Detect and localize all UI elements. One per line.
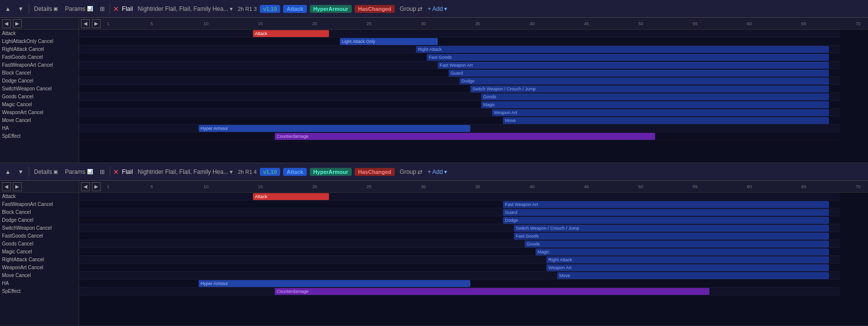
bar-2-4[interactable]: Switch Weapon / Crouch / Jump [514,225,829,232]
row-label-1-6: Dodge Cancel [0,77,79,85]
row-label-2-9: WeaponArt Cancel [0,264,79,272]
params-btn[interactable]: Params 📊 [63,167,94,176]
bar-1-1[interactable]: Light Attack Only [340,38,438,45]
toolbar-1: ▲ ▼ Details ▣ Params 📊 ⊞ ✕ Flail Nightri… [0,0,868,18]
close-btn[interactable]: ✕ [113,168,119,176]
bar-1-12[interactable]: Hyper Armour [199,125,470,132]
frame-num-45: 45 [581,21,592,26]
row-label-2-1: FastWeaponArt Cancel [0,201,79,208]
panel-1: ▲ ▼ Details ▣ Params 📊 ⊞ ✕ Flail Nightri… [0,0,868,163]
bar-1-2[interactable]: Right Attack [416,46,829,53]
add-label: + Add [427,5,443,12]
frame-num-25: 25 [364,21,374,26]
row-labels-1: ◀ ▶ AttackLightAttackOnly CancelRightAtt… [0,18,79,163]
next-btn-2[interactable]: ▶ [13,182,22,191]
frame-num-20: 20 [309,21,320,26]
frame-num-65: 65 [798,184,809,189]
row-label-1-8: Goods Cancel [0,93,79,101]
frame-num-70: 70 [853,21,864,26]
row-label-1-13: SpEffect [0,132,79,140]
frame-num-30: 30 [418,184,429,189]
bar-1-3[interactable]: Fast Goods [427,54,829,61]
bar-1-0[interactable]: Attack [253,30,329,37]
bar-2-5[interactable]: Fast Goods [514,233,829,240]
close-btn[interactable]: ✕ [113,5,119,13]
bar-1-11[interactable]: Move [503,117,829,124]
next-btn-1[interactable]: ▶ [13,19,22,28]
bar-1-10[interactable]: Weapon Art [492,109,829,116]
bar-2-8[interactable]: Right Attack [546,256,829,263]
add-btn[interactable]: + Add ▾ [427,5,447,12]
details-icon: ▣ [53,6,58,11]
frame-num-15: 15 [255,184,266,189]
bar-2-12[interactable]: Counterdamage [275,288,709,295]
timeline-prev-2[interactable]: ◀ [81,182,90,191]
frame-num-70: 70 [853,184,864,189]
collapse-down-btn[interactable]: ▼ [16,4,26,13]
row-label-2-6: Goods Cancel [0,240,79,248]
bar-2-7[interactable]: Magic [536,248,829,255]
add-btn[interactable]: + Add ▾ [427,168,447,175]
name-expand-btn[interactable]: Nightrider Flail, Flail, Family Hea... ▾ [136,167,235,176]
row-label-2-7: Magic Cancel [0,248,79,256]
bar-2-3[interactable]: Dodge [503,217,829,224]
collapse-up-btn[interactable]: ▲ [3,167,13,176]
frame-numbers-2: ◀ ▶ 1510152025303540455055606570 [79,181,868,193]
prev-btn-1[interactable]: ◀ [2,19,11,28]
row-label-1-1: LightAttackOnly Cancel [0,38,79,45]
tracks-area-2: AttackFast Weapon ArtGuardDodgeSwitch We… [79,193,840,295]
bar-2-2[interactable]: Guard [503,209,829,216]
bar-1-4[interactable]: Fast Weapon Art [438,62,829,69]
collapse-down-btn[interactable]: ▼ [16,167,26,176]
prev-btn-2[interactable]: ◀ [2,182,11,191]
row-label-1-11: Move Cancel [0,117,79,124]
frame-num-1: 1 [103,21,114,26]
collapse-up-btn[interactable]: ▲ [3,4,13,13]
chart-icon: 📊 [87,6,93,11]
frame-num-40: 40 [527,21,537,26]
row-label-2-2: Block Cancel [0,208,79,216]
frame-num-5: 5 [146,184,157,189]
row-labels-2: ◀ ▶ AttackFastWeaponArt CancelBlock Canc… [0,181,79,326]
timeline-next-1[interactable]: ▶ [92,19,101,28]
grid-btn[interactable]: ⊞ [98,4,107,13]
params-label: Params [65,5,85,12]
group-btn[interactable]: Group ⇄ [398,167,424,176]
haschanged-badge: HasChanged [355,5,395,13]
bar-1-7[interactable]: Switch Weapon / Crouch / Jump [470,85,829,92]
bar-1-9[interactable]: Magic [481,101,829,108]
timeline-next-2[interactable]: ▶ [92,182,101,191]
grid-btn[interactable]: ⊞ [98,167,107,176]
frame-num-65: 65 [798,21,809,26]
bar-2-6[interactable]: Goods [525,241,829,247]
row-label-2-4: SwitchWeapon Cancel [0,224,79,232]
bar-1-5[interactable]: Guard [449,70,829,77]
row-label-2-12: SpEffect [0,287,79,295]
group-btn[interactable]: Group ⇄ [398,4,424,13]
bar-1-13[interactable]: Counterdamage [275,133,655,140]
bar-2-1[interactable]: Fast Weapon Art [503,201,829,208]
group-label: Group [400,5,416,12]
params-label: Params [65,168,85,175]
details-btn[interactable]: Details ▣ [32,167,60,176]
row-label-1-4: FastWeaponArt Cancel [0,61,79,69]
track-row-1-1 [79,38,840,45]
params-btn[interactable]: Params 📊 [63,4,94,13]
nav-row-label-1: ◀ ▶ [0,18,79,30]
bar-2-10[interactable]: Move [557,272,829,279]
row-label-2-0: Attack [0,193,79,201]
timeline-area-1[interactable]: ◀ ▶ 1510152025303540455055606570AttackLi… [79,18,868,163]
timeline-prev-1[interactable]: ◀ [81,19,90,28]
attack-badge: Attack [283,5,307,13]
timeline-area-2[interactable]: ◀ ▶ 1510152025303540455055606570AttackFa… [79,181,868,326]
details-btn[interactable]: Details ▣ [32,4,60,13]
frame-num-10: 10 [201,21,211,26]
row-label-1-5: Block Cancel [0,69,79,77]
bar-1-6[interactable]: Dodge [459,78,829,84]
bar-2-0[interactable]: Attack [253,193,329,200]
bar-1-8[interactable]: Goods [481,93,829,100]
name-expand-btn[interactable]: Nightrider Flail, Flail, Family Hea... ▾ [136,4,235,13]
bar-2-9[interactable]: Weapon Art [546,264,829,271]
bar-2-11[interactable]: Hyper Armour [199,280,470,287]
timeline-container-2: ◀ ▶ AttackFastWeaponArt CancelBlock Canc… [0,181,868,326]
